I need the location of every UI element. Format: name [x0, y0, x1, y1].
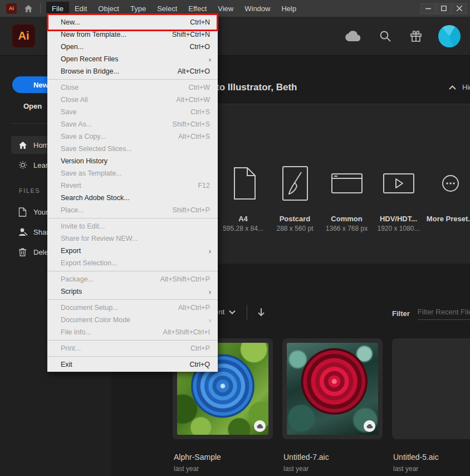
document-icon	[18, 207, 28, 217]
home-icon[interactable]	[24, 4, 33, 13]
menubar-select[interactable]: Select	[151, 2, 183, 16]
menubar-window[interactable]: Window	[239, 2, 276, 16]
person-icon	[18, 227, 28, 236]
menu-item-export-selection: Export Selection...	[47, 257, 218, 269]
preset-postcard[interactable]: Postcard 288 x 560 pt	[269, 166, 321, 232]
menu-item-save-selected-slices: Save Selected Slices...	[47, 143, 218, 155]
search-icon[interactable]	[379, 30, 391, 42]
recent-file-card[interactable]: Untitled-7.aic last year	[282, 338, 383, 473]
preset-common[interactable]: Common 1366 x 768 px	[321, 166, 373, 232]
menubar: File Edit Object Type Select Effect View…	[46, 0, 302, 17]
app-icon: Ai	[6, 3, 17, 14]
menu-item-package: Package...Alt+Shift+Ctrl+P	[47, 273, 218, 285]
illustrator-window: Ai File Edit Object Type Select Effect V…	[0, 0, 470, 476]
video-play-icon	[383, 166, 414, 201]
red-rose-thumbnail-image	[287, 343, 378, 435]
filter-label: Filter	[392, 309, 410, 318]
cloud-synced-icon	[364, 420, 375, 432]
menu-item-file-info: File Info...Alt+Shift+Ctrl+I	[47, 326, 218, 338]
recent-file-card[interactable]: Untitled-5.aic last year	[392, 338, 470, 473]
more-presets[interactable]: More Preset...	[424, 166, 470, 232]
menu-item-exit[interactable]: ExitCtrl+Q	[47, 358, 218, 371]
sort-direction-icon[interactable]	[257, 308, 265, 317]
chevron-down-icon	[229, 310, 236, 314]
menubar-help[interactable]: Help	[276, 2, 302, 16]
menu-item-search-adobe-stock[interactable]: Search Adobe Stock...	[47, 192, 218, 204]
gift-icon[interactable]	[409, 30, 423, 43]
menubar-object[interactable]: Object	[92, 2, 125, 16]
menu-item-document-setup: Document Setup...Alt+Ctrl+P	[47, 302, 218, 314]
submenu-arrow-icon: ›	[209, 316, 211, 324]
menu-item-save-as-template: Save as Template...	[47, 167, 218, 179]
files-section-label: FILES	[19, 187, 40, 194]
browser-window-icon	[331, 166, 363, 201]
menu-separator	[47, 79, 218, 80]
home-icon	[18, 141, 28, 149]
cloud-synced-icon	[254, 420, 266, 432]
menu-item-scripts[interactable]: Scripts›	[47, 285, 218, 298]
submenu-arrow-icon: ›	[209, 247, 211, 255]
filter-input[interactable]	[418, 307, 470, 320]
file-name: Untitled-5.aic	[393, 453, 470, 462]
file-modified: last year	[393, 465, 470, 473]
file-modified: last year	[174, 465, 273, 473]
submenu-arrow-icon: ›	[209, 55, 211, 64]
menu-separator	[47, 340, 218, 341]
account-avatar[interactable]	[438, 25, 461, 47]
menu-item-invite-to-edit: Invite to Edit...	[47, 220, 218, 232]
submenu-arrow-icon: ›	[209, 288, 211, 296]
chevron-up-icon	[449, 85, 456, 90]
file-name: Untitled-7.aic	[283, 453, 383, 462]
portrait-document-icon	[231, 166, 256, 201]
menubar-effect[interactable]: Effect	[183, 2, 212, 16]
menu-separator	[47, 271, 218, 271]
menu-item-share-for-review: Share for Review NEW...	[47, 232, 218, 245]
welcome-heading: to Illustrator, Beth	[216, 82, 297, 93]
menu-item-export[interactable]: Export›	[47, 245, 218, 257]
menu-item-open-recent-files[interactable]: Open Recent Files›	[47, 53, 218, 65]
hide-label: Hide	[462, 83, 470, 91]
titlebar: Ai File Edit Object Type Select Effect V…	[0, 0, 470, 17]
menubar-view[interactable]: View	[212, 2, 239, 16]
menu-item-new[interactable]: New...Ctrl+N	[47, 16, 218, 28]
cloud-icon[interactable]	[345, 31, 361, 42]
menu-item-close: CloseCtrl+W	[47, 81, 218, 94]
menu-item-new-from-template[interactable]: New from Template...Shift+Ctrl+N	[47, 28, 218, 41]
menu-separator	[47, 356, 218, 357]
menu-item-save: SaveCtrl+S	[47, 106, 218, 118]
hide-suggestions-button[interactable]: Hide	[449, 83, 470, 91]
menu-item-revert: RevertF12	[47, 179, 218, 192]
minimize-button[interactable]	[420, 3, 435, 14]
empty-thumbnail	[396, 343, 470, 435]
menu-separator	[47, 299, 218, 300]
trash-icon	[18, 247, 28, 256]
file-menu-dropdown: New...Ctrl+N New from Template...Shift+C…	[47, 15, 218, 372]
paintbrush-card-icon	[282, 166, 308, 201]
titlebar-divider	[40, 3, 41, 13]
menu-item-save-a-copy: Save a Copy...Alt+Ctrl+S	[47, 130, 218, 143]
menubar-file[interactable]: File	[46, 2, 69, 16]
preset-a4[interactable]: A4 595.28 x 84...	[217, 166, 269, 232]
file-thumbnail[interactable]	[282, 338, 383, 439]
menu-item-document-color-mode: Document Color Mode›	[47, 314, 218, 326]
menu-item-browse-in-bridge[interactable]: Browse in Bridge...Alt+Ctrl+O	[47, 65, 218, 77]
menu-item-print: Print...Ctrl+P	[47, 342, 218, 354]
menu-item-place: Place...Shift+Ctrl+P	[47, 204, 218, 216]
file-thumbnail[interactable]	[392, 338, 470, 439]
close-button[interactable]	[452, 3, 467, 14]
open-button[interactable]: Open	[23, 98, 42, 114]
file-name: Alphr-Sample	[174, 453, 273, 462]
menu-item-close-all: Close AllAlt+Ctrl+W	[47, 94, 218, 106]
menu-item-open[interactable]: Open...Ctrl+O	[47, 41, 218, 53]
menubar-edit[interactable]: Edit	[69, 2, 92, 16]
menu-item-version-history[interactable]: Version History	[47, 155, 218, 167]
menu-item-save-as: Save As...Shift+Ctrl+S	[47, 118, 218, 130]
ellipsis-circle-icon	[442, 166, 459, 201]
illustrator-logo: Ai	[12, 24, 36, 48]
toolbar-divider	[247, 305, 247, 320]
menu-separator	[47, 218, 218, 218]
preset-hdv[interactable]: HDV/HDT... 1920 x 1080...	[373, 166, 424, 232]
menubar-type[interactable]: Type	[125, 2, 151, 16]
maximize-button[interactable]	[436, 3, 451, 14]
file-modified: last year	[283, 465, 383, 473]
